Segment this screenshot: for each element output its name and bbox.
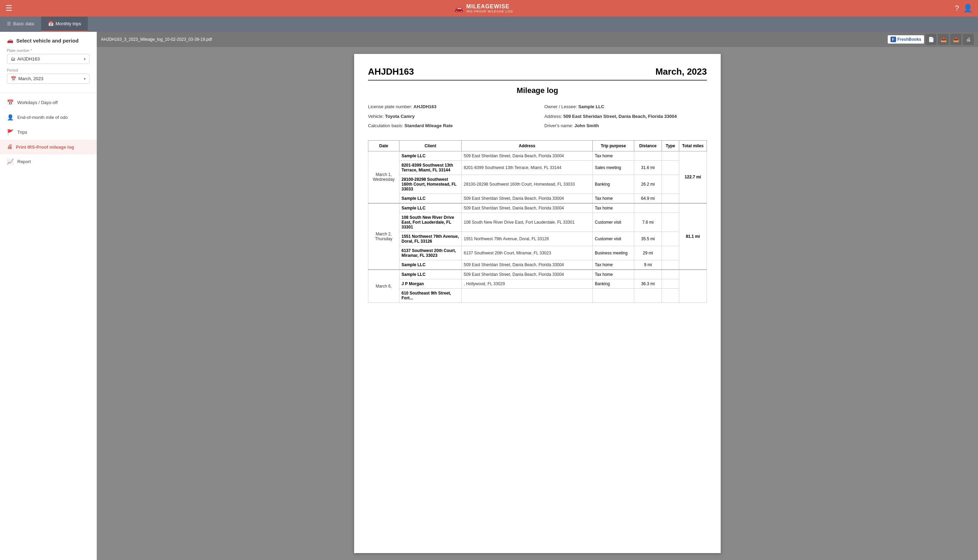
client-cell: Sample LLC bbox=[399, 203, 462, 213]
address-cell: 28100-28298 Southwest 160th Court, Homes… bbox=[462, 175, 593, 193]
distance-cell: 29 mi bbox=[634, 246, 662, 260]
distance-cell: 36.3 mi bbox=[634, 279, 662, 288]
brand-sub: IRS-PROOF MILEAGE LOG bbox=[466, 10, 513, 13]
pdf-document: AHJDH163 March, 2023 Mileage log License… bbox=[97, 47, 978, 560]
table-row: Sample LLC 509 East Sheridan Street, Dan… bbox=[368, 260, 707, 270]
col-date: Date bbox=[368, 140, 399, 151]
top-nav: ☰ 🚗 MILEAGEWISE IRS-PROOF MILEAGE LOG ? … bbox=[0, 0, 978, 17]
type-cell bbox=[662, 151, 679, 160]
table-row: J P Morgan , Hollywood, FL 33029 Banking… bbox=[368, 279, 707, 288]
freshbooks-icon: F bbox=[891, 37, 896, 42]
total-miles-cell: 122.7 mi bbox=[679, 151, 707, 203]
purpose-cell: Tax home bbox=[593, 203, 634, 213]
help-button[interactable]: ? bbox=[955, 4, 959, 13]
menu-button[interactable]: ☰ bbox=[5, 4, 12, 13]
type-cell bbox=[662, 288, 679, 302]
vehicle-info: Vehicle: Toyota Camry bbox=[368, 113, 531, 120]
tab-monthly-trips[interactable]: 📅 Monthly trips bbox=[41, 17, 88, 32]
client-cell: 610 Southeast 9th Street, Fort... bbox=[399, 288, 462, 302]
pdf-print-button[interactable]: 🖨 bbox=[963, 34, 974, 45]
report-icon: 📈 bbox=[7, 158, 14, 165]
table-row: 28100-28298 Southwest 160th Court, Homes… bbox=[368, 175, 707, 193]
date-cell: March 2,Thursday bbox=[368, 203, 399, 270]
client-cell: Sample LLC bbox=[399, 260, 462, 270]
pdf-header: AHJDH163 March, 2023 bbox=[368, 67, 707, 77]
address-cell: 6137 Southwest 20th Court, Miramar, FL 3… bbox=[462, 246, 593, 260]
period-value: March, 2023 bbox=[18, 76, 82, 81]
tab-basic-data[interactable]: ☰ Basic data bbox=[0, 17, 41, 32]
period-dropdown[interactable]: 📅 March, 2023 ▾ bbox=[7, 73, 90, 84]
vehicle-period-section: 🚗 Select vehicle and period Plate number… bbox=[0, 32, 97, 90]
table-row: 108 South New River Drive East, Fort Lau… bbox=[368, 213, 707, 232]
brand-name: MILEAGEWISE bbox=[466, 3, 513, 10]
type-cell bbox=[662, 160, 679, 175]
profile-button[interactable]: 👤 bbox=[963, 4, 973, 13]
period-label: Period bbox=[7, 68, 90, 72]
sidebar-item-report[interactable]: 📈 Report bbox=[0, 154, 97, 169]
license-info: License plate number: AHJDH163 bbox=[368, 103, 531, 110]
table-row: 1551 Northwest 79th Avenue, Doral, FL 33… bbox=[368, 232, 707, 246]
pdf-actions: F FreshBooks 📄 📤 📥 🖨 bbox=[888, 34, 974, 45]
date-cell: March 1,Wednesday bbox=[368, 151, 399, 203]
address-info: Address: 509 East Sheridan Street, Dania… bbox=[544, 113, 707, 120]
sidebar-item-print[interactable]: 🖨 Print IRS-Proof mileage log bbox=[0, 140, 97, 154]
distance-cell: 7.6 mi bbox=[634, 213, 662, 232]
purpose-cell: Sales meeting bbox=[593, 160, 634, 175]
pdf-download-pdf-button[interactable]: 📄 bbox=[925, 34, 936, 45]
address-cell: 509 East Sheridan Street, Dania Beach, F… bbox=[462, 151, 593, 160]
table-row: March 1,Wednesday Sample LLC 509 East Sh… bbox=[368, 151, 707, 160]
purpose-cell: Banking bbox=[593, 279, 634, 288]
calc-info: Calculation basis: Standard Mileage Rate bbox=[368, 122, 531, 129]
purpose-cell: Business meeting bbox=[593, 246, 634, 260]
purpose-cell: Customer visit bbox=[593, 232, 634, 246]
table-row: Sample LLC 509 East Sheridan Street, Dan… bbox=[368, 193, 707, 203]
address-cell bbox=[462, 288, 593, 302]
sidebar-section-title: 🚗 Select vehicle and period bbox=[7, 37, 90, 43]
plate-dropdown[interactable]: 🗂 AHJDH163 ▾ bbox=[7, 54, 90, 64]
sidebar-item-odometer[interactable]: 👤 End-of-month mile of odo bbox=[0, 110, 97, 125]
sidebar-item-workdays[interactable]: 📅 Workdays / Days-off bbox=[0, 95, 97, 110]
type-cell bbox=[662, 279, 679, 288]
distance-cell: 9 mi bbox=[634, 260, 662, 270]
calendar-icon: 📅 bbox=[11, 76, 16, 81]
table-row: 6137 Southwest 20th Court, Miramar, FL 3… bbox=[368, 246, 707, 260]
type-cell bbox=[662, 213, 679, 232]
client-cell: 8201-8399 Southwest 13th Terrace, Miami,… bbox=[399, 160, 462, 175]
client-cell: 108 South New River Drive East, Fort Lau… bbox=[399, 213, 462, 232]
freshbooks-button[interactable]: F FreshBooks bbox=[888, 35, 924, 43]
table-row: 610 Southeast 9th Street, Fort... bbox=[368, 288, 707, 302]
distance-cell bbox=[634, 151, 662, 160]
workdays-icon: 📅 bbox=[7, 99, 14, 106]
table-row: March 2,Thursday Sample LLC 509 East She… bbox=[368, 203, 707, 213]
pdf-month: March, 2023 bbox=[655, 67, 707, 77]
address-cell: 509 East Sheridan Street, Dania Beach, F… bbox=[462, 203, 593, 213]
purpose-cell: Tax home bbox=[593, 260, 634, 270]
trips-icon: 🚩 bbox=[7, 129, 14, 135]
purpose-cell: Tax home bbox=[593, 193, 634, 203]
driver-info: Driver's name: John Smith bbox=[544, 122, 707, 129]
pdf-share-button[interactable]: 📥 bbox=[950, 34, 961, 45]
distance-cell bbox=[634, 288, 662, 302]
plate-value: AHJDH163 bbox=[17, 56, 82, 62]
sidebar-item-trips[interactable]: 🚩 Trips bbox=[0, 125, 97, 140]
pdf-page: AHJDH163 March, 2023 Mileage log License… bbox=[354, 54, 721, 553]
client-cell: Sample LLC bbox=[399, 193, 462, 203]
owner-info: Owner / Lessee: Sample LLC bbox=[544, 103, 707, 110]
distance-cell: 26.2 mi bbox=[634, 175, 662, 193]
col-purpose: Trip purpose bbox=[593, 140, 634, 151]
client-cell: J P Morgan bbox=[399, 279, 462, 288]
client-cell: 1551 Northwest 79th Avenue, Doral, FL 33… bbox=[399, 232, 462, 246]
pdf-export-button[interactable]: 📤 bbox=[938, 34, 949, 45]
purpose-cell bbox=[593, 288, 634, 302]
type-cell bbox=[662, 193, 679, 203]
main-layout: 🚗 Select vehicle and period Plate number… bbox=[0, 32, 978, 560]
table-row: 8201-8399 Southwest 13th Terrace, Miami,… bbox=[368, 160, 707, 175]
address-cell: 1551 Northwest 79th Avenue, Doral, FL 33… bbox=[462, 232, 593, 246]
address-cell: , Hollywood, FL 33029 bbox=[462, 279, 593, 288]
purpose-cell: Customer visit bbox=[593, 213, 634, 232]
pdf-info-section: License plate number: AHJDH163 Vehicle: … bbox=[368, 103, 707, 132]
purpose-cell: Tax home bbox=[593, 151, 634, 160]
distance-cell: 31.6 mi bbox=[634, 160, 662, 175]
distance-cell: 35.5 mi bbox=[634, 232, 662, 246]
col-total-miles: Total miles bbox=[679, 140, 707, 151]
